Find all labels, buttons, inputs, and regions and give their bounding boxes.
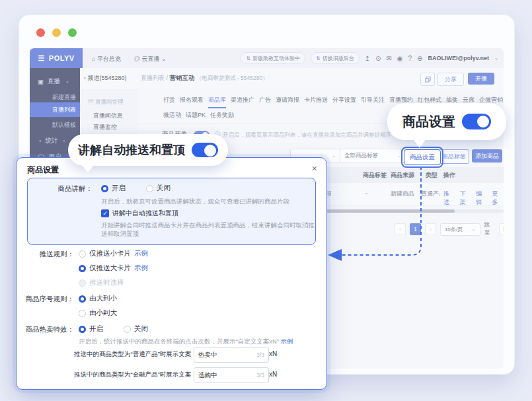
example-link[interactable]: 示例: [134, 264, 148, 273]
push-choose-option: 推送时选择: [79, 278, 124, 287]
radio-selected-icon[interactable]: [79, 326, 86, 333]
xn-suffix: xN: [269, 350, 277, 357]
push-rule-label: 推送规则：: [17, 250, 74, 259]
radio-icon[interactable]: [79, 310, 86, 317]
callout-settings-label: 商品设置: [402, 113, 455, 131]
xn-suffix: xN: [269, 371, 277, 378]
order-rule-label: 商品序号规则：: [17, 295, 74, 304]
radio-disabled-icon: [79, 279, 86, 287]
autopush-callout-bubble: 讲解自动推送和置顶: [68, 134, 228, 166]
bubble-tail: [412, 138, 427, 148]
finance-product-copy-label: 推送中的商品类型为“金融产品”时展示文案：: [74, 371, 198, 379]
close-icon[interactable]: ×: [312, 163, 317, 174]
checkbox-checked-icon[interactable]: ✓: [101, 209, 109, 217]
char-counter: 3/3: [256, 372, 264, 379]
explain-highlight-box: 商品讲解： 开启 关闭 开启后，助教页可设置商品讲解状态，观众可查看已讲解的商品…: [27, 178, 316, 245]
hot-effect-label: 商品热卖特效：: [17, 325, 74, 334]
radio-selected-icon[interactable]: [101, 185, 108, 192]
radio-icon[interactable]: [124, 326, 131, 333]
explain-label: 商品讲解：: [48, 184, 93, 194]
bubble-tail: [81, 164, 95, 172]
push-big-option[interactable]: 仅推送大卡片示例: [79, 264, 148, 273]
normal-product-copy-label: 推送中的商品类型为“普通产品”时展示文案：: [74, 350, 198, 359]
autopush-hint: 开始讲解会同时推送商品卡片并在商品列表置顶商品，结束讲解会同时取消推送和取消置顶: [101, 221, 321, 238]
order-desc-option[interactable]: 由大到小: [79, 294, 117, 303]
radio-icon[interactable]: [79, 250, 86, 258]
explain-hint: 开启后，助教页可设置商品讲解状态，观众可查看已讲解的商品片段: [101, 197, 313, 205]
autopush-checkbox-row[interactable]: ✓讲解中自动推送和置顶: [101, 209, 178, 218]
char-counter: 3/3: [256, 351, 264, 358]
product-settings-modal: 商品设置 × 商品讲解： 开启 关闭 开启后，助教页可设置商品讲解状态，观众可查…: [16, 157, 327, 390]
settings-callout-bubble: 商品设置: [387, 103, 506, 140]
radio-selected-icon[interactable]: [79, 295, 86, 303]
push-small-option[interactable]: 仅推送小卡片示例: [79, 249, 148, 258]
finance-product-copy-input[interactable]: 选购中3/3: [194, 367, 269, 383]
explain-off-option[interactable]: 关闭: [146, 184, 171, 193]
radio-selected-icon[interactable]: [79, 265, 86, 272]
order-asc-option[interactable]: 由小到大: [79, 309, 117, 318]
callout-autopush-label: 讲解自动推送和置顶: [78, 142, 185, 158]
radio-icon[interactable]: [146, 185, 153, 192]
hot-effect-hint: 开启后，统计推送中的商品在各终端的点击次数，并展示“自定义文案xN” 示例: [79, 337, 317, 346]
autopush-toggle-on[interactable]: [192, 143, 218, 157]
hot-off-option[interactable]: 关闭: [124, 324, 148, 334]
normal-product-copy-input[interactable]: 热卖中3/3: [194, 347, 269, 363]
example-link[interactable]: 示例: [281, 338, 293, 345]
minimize-window-icon[interactable]: [52, 28, 61, 37]
close-window-icon[interactable]: [36, 28, 45, 37]
modal-title: 商品设置: [27, 164, 59, 176]
hot-on-option[interactable]: 开启: [79, 324, 103, 334]
maximize-window-icon[interactable]: [68, 28, 77, 37]
settings-toggle-on[interactable]: [462, 114, 491, 129]
product-settings-button[interactable]: 商品设置: [404, 149, 441, 165]
explain-on-option[interactable]: 开启: [101, 184, 126, 193]
example-link[interactable]: 示例: [134, 249, 148, 258]
